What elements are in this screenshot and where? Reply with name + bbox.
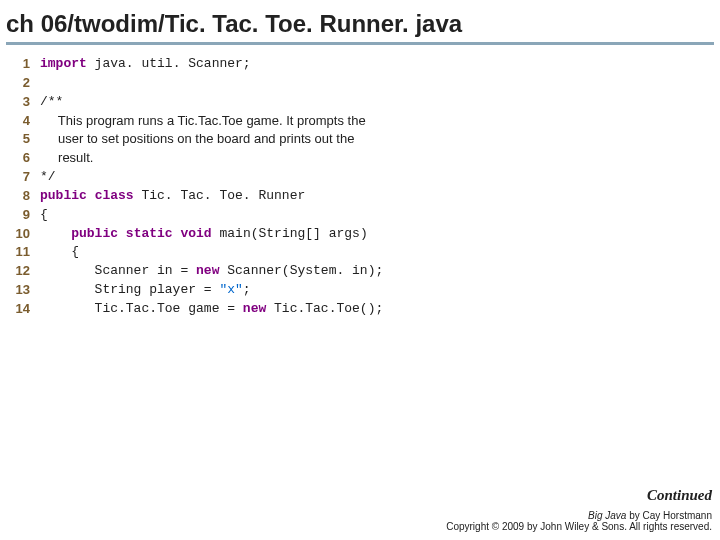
code-text: Tic.Tac.Toe game = new Tic.Tac.Toe(); xyxy=(40,300,383,319)
code-block: 1 import java. util. Scanner; 2 3 /** 4 … xyxy=(0,55,720,319)
line-number: 2 xyxy=(10,74,40,93)
code-text: String player = "x"; xyxy=(40,281,251,300)
code-text: { xyxy=(40,243,79,262)
line-number: 8 xyxy=(10,187,40,206)
code-text: import java. util. Scanner; xyxy=(40,55,251,74)
code-text: /** xyxy=(40,93,63,112)
title-rule xyxy=(6,42,714,45)
code-text: { xyxy=(40,206,48,225)
line-number: 12 xyxy=(10,262,40,281)
line-number: 11 xyxy=(10,243,40,262)
footer: Continued Big Java by Cay Horstmann Copy… xyxy=(446,487,712,532)
credit-line-1: Big Java by Cay Horstmann xyxy=(446,510,712,521)
code-line: 10 public static void main(String[] args… xyxy=(10,225,710,244)
comment-text: user to set positions on the board and p… xyxy=(40,130,354,149)
code-line: 13 String player = "x"; xyxy=(10,281,710,300)
line-number: 9 xyxy=(10,206,40,225)
code-line: 11 { xyxy=(10,243,710,262)
line-number: 1 xyxy=(10,55,40,74)
credit-line-2: Copyright © 2009 by John Wiley & Sons. A… xyxy=(446,521,712,532)
line-number: 13 xyxy=(10,281,40,300)
line-number: 4 xyxy=(10,112,40,131)
code-text: Scanner in = new Scanner(System. in); xyxy=(40,262,383,281)
code-line: 5 user to set positions on the board and… xyxy=(10,130,710,149)
page-title: ch 06/twodim/Tic. Tac. Toe. Runner. java xyxy=(0,0,720,42)
code-line: 2 xyxy=(10,74,710,93)
code-line: 9 { xyxy=(10,206,710,225)
code-line: 12 Scanner in = new Scanner(System. in); xyxy=(10,262,710,281)
code-line: 7 */ xyxy=(10,168,710,187)
code-text: public static void main(String[] args) xyxy=(40,225,368,244)
continued-label: Continued xyxy=(446,487,712,504)
code-line: 6 result. xyxy=(10,149,710,168)
code-line: 1 import java. util. Scanner; xyxy=(10,55,710,74)
line-number: 7 xyxy=(10,168,40,187)
line-number: 6 xyxy=(10,149,40,168)
code-text: */ xyxy=(40,168,56,187)
code-line: 4 This program runs a Tic.Tac.Toe game. … xyxy=(10,112,710,131)
code-line: 3 /** xyxy=(10,93,710,112)
line-number: 5 xyxy=(10,130,40,149)
comment-text: This program runs a Tic.Tac.Toe game. It… xyxy=(40,112,366,131)
line-number: 14 xyxy=(10,300,40,319)
code-text: public class Tic. Tac. Toe. Runner xyxy=(40,187,305,206)
code-line: 14 Tic.Tac.Toe game = new Tic.Tac.Toe(); xyxy=(10,300,710,319)
comment-text: result. xyxy=(40,149,93,168)
line-number: 10 xyxy=(10,225,40,244)
code-line: 8 public class Tic. Tac. Toe. Runner xyxy=(10,187,710,206)
line-number: 3 xyxy=(10,93,40,112)
